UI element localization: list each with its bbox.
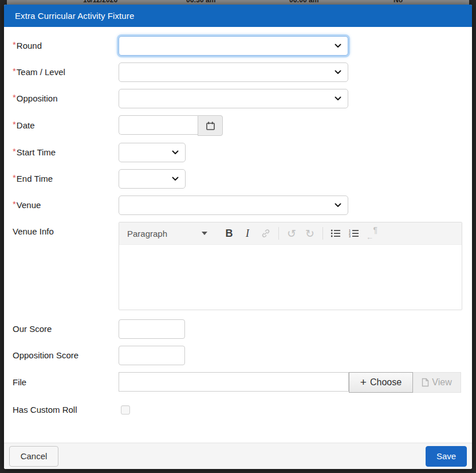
toolbar-divider bbox=[278, 227, 279, 240]
venue-select[interactable] bbox=[119, 196, 348, 215]
field-row-opposition-score: Opposition Score bbox=[13, 346, 466, 365]
field-row-date: *Date bbox=[13, 115, 466, 136]
date-input[interactable] bbox=[119, 115, 198, 135]
choose-button-label: Choose bbox=[370, 377, 402, 388]
required-asterisk: * bbox=[13, 119, 16, 129]
file-label: File bbox=[13, 377, 26, 387]
dialog-title: Extra Curricular Activity Fixture bbox=[15, 11, 134, 21]
plus-icon: + bbox=[360, 376, 367, 389]
view-button-label: View bbox=[432, 377, 451, 388]
redo-button[interactable]: ↻ bbox=[301, 224, 319, 243]
background-date-cell: 16/12/2026 bbox=[83, 0, 117, 4]
field-row-end-time: *End Time bbox=[13, 169, 466, 189]
file-choose-button[interactable]: + Choose bbox=[349, 372, 413, 393]
field-row-our-score: Our Score bbox=[13, 319, 466, 339]
opposition-score-input[interactable] bbox=[119, 346, 185, 365]
toolbar-divider bbox=[322, 227, 323, 240]
background-flag-cell: No bbox=[394, 0, 403, 4]
required-asterisk: * bbox=[13, 92, 16, 102]
round-select[interactable] bbox=[119, 36, 348, 56]
field-row-file: File + Choose View bbox=[13, 372, 466, 393]
outdent-button[interactable]: ¶ ← bbox=[363, 224, 381, 243]
has-custom-roll-checkbox[interactable] bbox=[121, 405, 130, 415]
has-custom-roll-label: Has Custom Roll bbox=[13, 405, 77, 415]
required-asterisk: * bbox=[13, 173, 16, 182]
paragraph-format-dropdown[interactable]: Paragraph bbox=[120, 224, 214, 243]
required-asterisk: * bbox=[13, 66, 16, 76]
field-row-team-level: *Team / Level bbox=[13, 62, 466, 82]
undo-icon: ↺ bbox=[287, 228, 296, 239]
team-level-select[interactable] bbox=[119, 62, 348, 82]
start-time-select[interactable] bbox=[119, 143, 186, 162]
field-row-has-custom-roll: Has Custom Roll bbox=[13, 405, 466, 415]
venue-label: Venue bbox=[17, 200, 41, 210]
insert-link-button[interactable] bbox=[257, 224, 275, 243]
background-start-time-cell: 06:30 am bbox=[186, 0, 215, 4]
venue-info-richtext-editor: Paragraph B I ↺ ↻ bbox=[119, 222, 462, 310]
italic-button[interactable]: I bbox=[238, 224, 257, 243]
required-asterisk: * bbox=[13, 146, 16, 156]
cancel-button[interactable]: Cancel bbox=[9, 446, 58, 467]
dimmed-background-table-row: 16/12/2026 06:30 am 06:00 am No bbox=[7, 0, 469, 5]
field-row-opposition: *Opposition bbox=[13, 89, 466, 108]
link-icon bbox=[261, 228, 271, 239]
date-label: Date bbox=[17, 120, 35, 130]
end-time-select[interactable] bbox=[119, 169, 186, 189]
outdent-pilcrow-icon: ¶ ← bbox=[367, 227, 377, 240]
dialog-body: *Round *Team / Level *Opposition bbox=[4, 27, 472, 443]
background-end-time-cell: 06:00 am bbox=[289, 0, 318, 4]
extra-curricular-activity-fixture-dialog: Extra Curricular Activity Fixture *Round… bbox=[4, 5, 472, 469]
bold-button[interactable]: B bbox=[220, 224, 238, 243]
numbered-list-icon: 1 2 3 bbox=[349, 229, 359, 238]
redo-icon: ↻ bbox=[305, 228, 314, 239]
bullet-list-icon bbox=[331, 229, 341, 238]
paragraph-format-label: Paragraph bbox=[127, 229, 194, 239]
our-score-input[interactable] bbox=[119, 319, 185, 339]
chevron-down-icon bbox=[334, 95, 342, 103]
dialog-footer: Cancel Save bbox=[4, 443, 472, 469]
venue-info-text-area[interactable] bbox=[119, 245, 462, 310]
field-row-venue-info: Venue Info Paragraph B I bbox=[13, 222, 466, 310]
undo-button[interactable]: ↺ bbox=[282, 224, 301, 243]
chevron-down-icon bbox=[334, 201, 342, 209]
document-icon bbox=[422, 378, 429, 387]
bullet-list-button[interactable] bbox=[326, 224, 345, 243]
bold-icon: B bbox=[226, 228, 233, 240]
editor-toolbar: Paragraph B I ↺ ↻ bbox=[119, 222, 462, 245]
italic-icon: I bbox=[246, 228, 249, 240]
opposition-select[interactable] bbox=[119, 89, 348, 108]
chevron-down-icon bbox=[334, 42, 342, 50]
file-name-input[interactable] bbox=[119, 372, 349, 392]
chevron-down-icon bbox=[334, 68, 342, 76]
team-level-label: Team / Level bbox=[17, 67, 65, 77]
file-view-button[interactable]: View bbox=[413, 372, 461, 393]
date-picker-button[interactable] bbox=[198, 115, 223, 136]
calendar-icon bbox=[206, 121, 215, 131]
end-time-label: End Time bbox=[17, 174, 53, 183]
required-asterisk: * bbox=[13, 40, 16, 49]
caret-down-icon bbox=[202, 232, 207, 235]
opposition-score-label: Opposition Score bbox=[13, 350, 78, 360]
field-row-venue: *Venue bbox=[13, 196, 466, 215]
round-label: Round bbox=[17, 41, 42, 50]
field-row-round: *Round bbox=[13, 36, 466, 56]
chevron-down-icon bbox=[171, 148, 179, 157]
field-row-start-time: *Start Time bbox=[13, 143, 466, 162]
dialog-header: Extra Curricular Activity Fixture bbox=[4, 5, 472, 27]
venue-info-label: Venue Info bbox=[13, 226, 54, 236]
chevron-down-icon bbox=[171, 175, 179, 183]
save-button[interactable]: Save bbox=[426, 446, 467, 467]
required-asterisk: * bbox=[13, 199, 16, 209]
opposition-label: Opposition bbox=[17, 93, 58, 103]
start-time-label: Start Time bbox=[17, 147, 56, 157]
svg-text:3: 3 bbox=[349, 234, 351, 238]
numbered-list-button[interactable]: 1 2 3 bbox=[345, 224, 363, 243]
our-score-label: Our Score bbox=[13, 324, 52, 334]
